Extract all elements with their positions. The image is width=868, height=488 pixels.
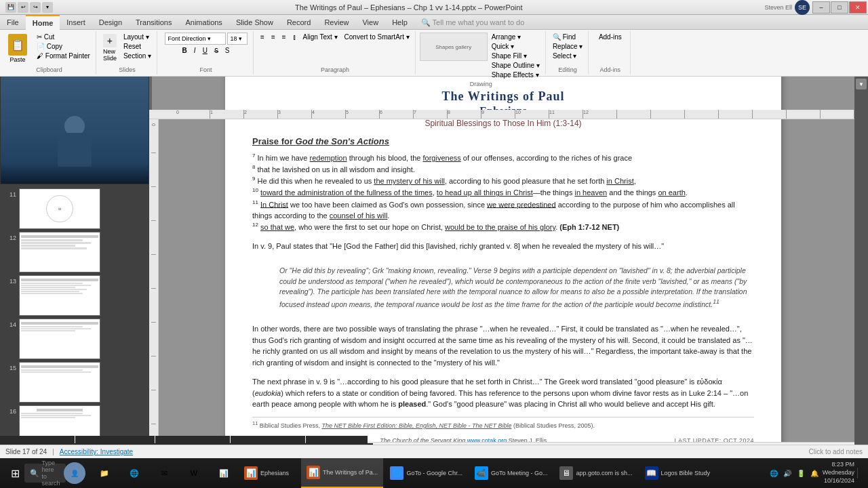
cut-button[interactable]: ✂ Cut xyxy=(34,33,93,41)
layout-button[interactable]: Layout ▾ xyxy=(121,33,154,41)
tab-help[interactable]: Help xyxy=(385,15,414,30)
shadow-button[interactable]: S xyxy=(222,46,233,55)
taskbar-avatar[interactable]: 👤 xyxy=(60,458,90,488)
slide-thumbnails-panel: 11 ⊙ 12 xyxy=(0,62,149,458)
search-taskbar-button[interactable]: 🔍 Type here to search xyxy=(30,458,60,488)
system-time[interactable]: 8:23 PM Wednesday10/16/2024 xyxy=(823,461,854,485)
tab-home[interactable]: Home xyxy=(26,15,60,30)
convert-smartart-button[interactable]: Convert to SmartArt ▾ xyxy=(342,33,412,41)
taskbar-logos[interactable]: 📖 Logos Bible Study xyxy=(639,458,716,488)
new-slide-button[interactable]: + NewSlide xyxy=(100,33,119,63)
tab-design[interactable]: Design xyxy=(92,15,129,30)
click-to-add-notes[interactable]: Click to add notes xyxy=(809,448,863,455)
maximize-button[interactable]: □ xyxy=(831,1,848,14)
tray-notification-icon[interactable]: 🔔 xyxy=(809,468,820,479)
para1: In v. 9, Paul states that "He [God the F… xyxy=(252,241,754,252)
verses-block: 7 In him we have redemption through his … xyxy=(252,152,754,232)
slide-number-13: 13 xyxy=(3,278,16,285)
taskbar-word[interactable]: W xyxy=(179,458,209,488)
tab-view[interactable]: View xyxy=(355,15,385,30)
slide-thumb-12[interactable]: 12 xyxy=(0,230,149,274)
taskbar-edge[interactable]: 🌐 xyxy=(119,458,149,488)
show-desktop-button[interactable] xyxy=(857,468,863,479)
tray-battery-icon[interactable]: 🔋 xyxy=(795,468,806,479)
taskbar-ephesians-label: Ephesians xyxy=(260,470,289,476)
select-button[interactable]: Select ▾ xyxy=(550,52,585,60)
editing-label: Editing xyxy=(558,65,577,73)
italic-button[interactable]: I xyxy=(191,46,199,55)
addins-button[interactable]: Add-ins xyxy=(596,33,625,41)
system-tray: 🌐 🔊 🔋 🔔 8:23 PM Wednesday10/16/2024 xyxy=(763,461,868,485)
slide-thumb-11[interactable]: 11 ⊙ xyxy=(0,187,149,230)
font-size-input[interactable]: 18 ▾ xyxy=(227,33,248,45)
quick-styles-button[interactable]: Quick ▾ xyxy=(489,42,542,51)
slide-preview-11: ⊙ xyxy=(19,188,100,229)
slide-preview-13 xyxy=(19,275,100,316)
taskbar-app-share[interactable]: 🖥 app.goto.com is sh... xyxy=(554,458,637,488)
tab-insert[interactable]: Insert xyxy=(60,15,92,30)
close-button[interactable]: ✕ xyxy=(849,1,867,14)
paste-button[interactable]: 📋 Paste xyxy=(5,33,30,64)
tab-search[interactable]: 🔍 Tell me what you want to do xyxy=(414,15,532,30)
tab-review[interactable]: Review xyxy=(317,15,355,30)
shapes-gallery[interactable]: Shapes gallery xyxy=(420,33,488,61)
font-name-input[interactable]: Font Direction ▾ xyxy=(165,33,226,45)
slide-scroll-area[interactable]: 0 The Writings of Paul Ephesians Spiritu… xyxy=(152,62,854,442)
taskbar-ephesians[interactable]: 📊 Ephesians xyxy=(239,458,300,488)
find-button[interactable]: 🔍 Find xyxy=(550,33,585,41)
text-direction-button[interactable]: Align Text ▾ xyxy=(300,33,340,41)
tab-slideshow[interactable]: Slide Show xyxy=(229,15,280,30)
shape-fill-button[interactable]: Shape Fill ▾ xyxy=(489,52,542,60)
slide-thumb-13[interactable]: 13 xyxy=(0,274,149,317)
section-button[interactable]: Section ▾ xyxy=(121,52,154,60)
slide-thumb-15[interactable]: 15 xyxy=(0,361,149,404)
save-icon[interactable]: 💾 xyxy=(5,2,16,13)
replace-button[interactable]: Replace ▾ xyxy=(550,42,585,51)
date-value: Wednesday10/16/2024 xyxy=(823,469,854,485)
slides-group: + NewSlide Layout ▾ Reset Section ▾ Slid… xyxy=(98,31,157,75)
footer-right: Last Update: Oct 2024 xyxy=(674,437,754,442)
tray-volume-icon[interactable]: 🔊 xyxy=(782,468,793,479)
taskbar-share-label: app.goto.com is sh... xyxy=(576,470,632,476)
strikethrough-button[interactable]: S̶ xyxy=(212,46,221,55)
addins-group: Add-ins Add-ins xyxy=(590,31,631,75)
accessibility-status[interactable]: Accessibility: Investigate xyxy=(60,448,133,455)
format-painter-button[interactable]: 🖌 Format Painter xyxy=(34,52,93,60)
taskbar-goto-meeting[interactable]: 📹 GoTo Meeting - Go... xyxy=(469,458,553,488)
taskbar-mail[interactable]: ✉ xyxy=(149,458,179,488)
minimize-button[interactable]: – xyxy=(812,1,830,14)
tray-network-icon[interactable]: 🌐 xyxy=(768,468,779,479)
tab-record[interactable]: Record xyxy=(280,15,317,30)
slide-thumb-14[interactable]: 14 xyxy=(0,317,149,361)
slide-number-16: 16 xyxy=(3,408,16,415)
columns-button[interactable]: ⫿ xyxy=(290,33,299,41)
align-left-button[interactable]: ≡ xyxy=(258,33,267,41)
taskbar-explorer[interactable]: 📁 xyxy=(90,458,119,488)
taskbar-goto-chrome[interactable]: 🌐 GoTo - Google Chr... xyxy=(384,458,468,488)
customize-icon[interactable]: ▾ xyxy=(42,2,53,13)
align-center-button[interactable]: ≡ xyxy=(269,33,278,41)
undo-icon[interactable]: ↩ xyxy=(18,2,28,13)
scroll-down-button[interactable]: ▼ xyxy=(856,79,867,89)
arrange-button[interactable]: Arrange ▾ xyxy=(489,33,542,41)
tab-transitions[interactable]: Transitions xyxy=(129,15,178,30)
reset-button[interactable]: Reset xyxy=(121,42,154,51)
drawing-group: Shapes gallery Arrange ▾ Quick ▾ Shape F… xyxy=(417,31,546,75)
taskbar-app7[interactable]: 📊 xyxy=(209,458,239,488)
para3-block: The next phrase in v. 9 is "…according t… xyxy=(252,376,754,410)
ruler-horizontal: 0 1 2 3 4 5 6 7 8 9 10 11 12 xyxy=(149,110,854,119)
tab-file[interactable]: File xyxy=(0,15,26,30)
tab-animations[interactable]: Animations xyxy=(178,15,229,30)
shape-outline-button[interactable]: Shape Outline ▾ xyxy=(489,61,542,70)
footer-website-link[interactable]: www.cotak.org xyxy=(467,437,507,442)
shape-effects-button[interactable]: Shape Effects ▾ xyxy=(489,70,542,79)
taskbar-writings[interactable]: 📊 The Writings of Pa... xyxy=(301,458,383,488)
ribbon-tabs: File Home Insert Design Transitions Anim… xyxy=(0,15,868,30)
align-right-button[interactable]: ≡ xyxy=(279,33,289,41)
copy-button[interactable]: 📄 Copy xyxy=(34,42,93,51)
slide-preview-14 xyxy=(19,319,100,359)
taskbar-running-apps: 📊 Ephesians 📊 The Writings of Pa... 🌐 Go… xyxy=(239,458,763,488)
bold-button[interactable]: B xyxy=(180,46,190,55)
underline-button[interactable]: U xyxy=(200,46,210,55)
redo-icon[interactable]: ↪ xyxy=(30,2,41,13)
